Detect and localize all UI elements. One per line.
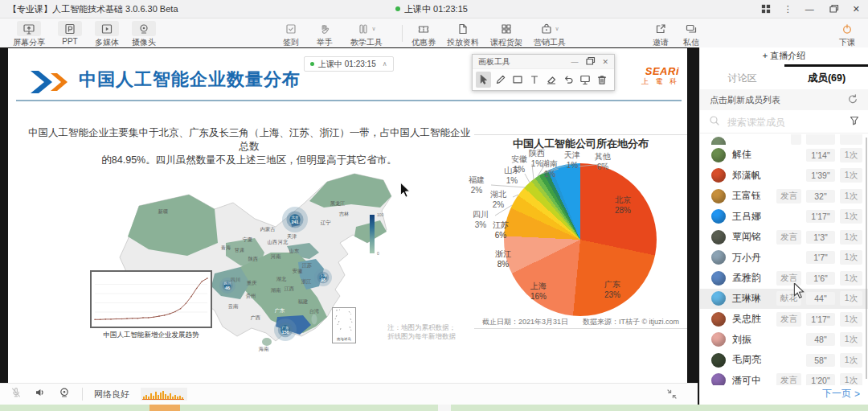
avatar — [711, 373, 726, 385]
member-badges: 发言1'20"1次 — [776, 373, 862, 385]
end-class-button[interactable]: 下课 — [839, 21, 855, 48]
palette-window-controls: — ✕ — [571, 55, 608, 69]
count-badge: 1次 — [840, 168, 862, 183]
toolbar-item-camera[interactable]: 摄像头 — [132, 21, 156, 48]
member-row[interactable]: 毛周亮58"1次 — [700, 350, 868, 371]
time-badge: 1'17" — [806, 210, 835, 223]
live-intro-button[interactable]: + 直播介绍 — [700, 47, 868, 64]
palette-tool-board-icon[interactable] — [577, 72, 592, 88]
invite-icon — [654, 21, 667, 36]
member-row[interactable]: 刘振48"1次 — [700, 330, 868, 351]
province-label: 广西 — [251, 314, 260, 321]
palette-tool-select-icon[interactable] — [476, 72, 491, 88]
toolbar-item-teaching-tools[interactable]: ∨教学工具 — [350, 21, 383, 48]
svg-text:98: 98 — [321, 277, 326, 282]
whiteboard-palette: 画板工具 — ✕ — [472, 54, 615, 91]
palette-close-icon[interactable]: ✕ — [602, 58, 608, 66]
pie-label: 福建2% — [469, 175, 485, 195]
tab-discussion[interactable]: 讨论区 — [700, 67, 784, 89]
minimize-icon[interactable]: — — [805, 5, 814, 14]
speaker-icon[interactable] — [34, 386, 47, 402]
toolbar-item-label: 邀请 — [653, 37, 669, 48]
member-row[interactable] — [700, 134, 868, 145]
toolbar-item-raise-hand[interactable]: 举手 — [317, 21, 333, 48]
tab-members[interactable]: 成员(69) — [784, 67, 868, 89]
window-controls: ⋮ — ✕ — [761, 0, 860, 18]
count-badge: 1次 — [840, 189, 862, 203]
toolbar-item-dm[interactable]: 私信 — [683, 21, 699, 48]
toolbar-item-media[interactable]: 多媒体 — [95, 21, 119, 48]
palette-restore-icon[interactable] — [583, 55, 596, 69]
seari-logo: SEARi 上 電 科 — [641, 66, 679, 87]
avatar — [711, 168, 726, 183]
chevron-down-icon[interactable]: ∨ — [555, 26, 559, 32]
refresh-icon[interactable] — [846, 92, 859, 107]
webcam-icon[interactable] — [58, 386, 71, 402]
member-badges: 1'17"1次 — [806, 209, 862, 224]
member-row[interactable]: 郑潇帆1'39"1次 — [700, 166, 868, 187]
palette-tools — [473, 69, 614, 90]
toolbar-item-screen-share[interactable]: 屏幕分享 — [13, 21, 45, 48]
filter-icon[interactable] — [848, 114, 861, 130]
toolbar-item-ppt[interactable]: PPT — [58, 21, 82, 48]
palette-tool-text-icon[interactable] — [526, 72, 542, 88]
count-badge: 1次 — [840, 353, 862, 368]
toolbar-item-marketing[interactable]: ∨营销工具 — [534, 21, 566, 48]
toolbar-item-label: 多媒体 — [95, 37, 119, 48]
province-label: 云南 — [228, 303, 239, 309]
collapse-pill-icon[interactable]: ∧ — [383, 60, 387, 68]
toolbar-item-shelf[interactable]: 课程货架 — [490, 21, 522, 48]
next-page-chevron-icon: > — [854, 388, 860, 400]
palette-tool-pen-icon[interactable] — [493, 72, 508, 88]
collapse-bar-icon[interactable] — [665, 388, 678, 404]
member-row[interactable]: 王琳琳献花44"1次 — [700, 289, 868, 310]
palette-tool-trash-icon[interactable] — [594, 72, 609, 88]
next-page-button[interactable]: 下一页 > — [822, 387, 860, 401]
search-input[interactable] — [726, 116, 843, 129]
member-row[interactable]: 王富钰发言32"1次 — [700, 186, 868, 207]
toolbar-item-label: 课程货架 — [490, 37, 522, 48]
slide-body-line2: 的84.95%。四川虽然数量不及上述三地区，但明显高于其它省市。 — [24, 154, 474, 167]
member-list-scrollbar[interactable] — [866, 138, 867, 379]
title-divider — [16, 100, 682, 101]
toolbar-item-check-in[interactable]: 签到 — [283, 21, 299, 48]
slide-body: 中国人工智能企业主要集中于北京、广东及长三角（上海、江苏、浙江）一带，占中国人工… — [24, 126, 474, 167]
member-row[interactable]: 王吕娜1'17"1次 — [700, 207, 868, 228]
speech-badge: 献花 — [776, 291, 801, 306]
toolbar: 屏幕分享PPT多媒体摄像头 签到举手∨教学工具 优惠券投放资料课程货架∨营销工具… — [0, 18, 868, 48]
toolbar-item-coupon[interactable]: 优惠券 — [411, 21, 436, 48]
palette-tool-rect-icon[interactable] — [510, 72, 525, 88]
palette-tool-eraser-icon[interactable] — [543, 72, 559, 88]
member-badges: 献花44"1次 — [776, 291, 862, 306]
microphone-muted-icon[interactable] — [10, 386, 23, 402]
restore-icon[interactable] — [827, 2, 840, 15]
chevron-down-icon[interactable]: ∨ — [371, 26, 375, 32]
member-row[interactable]: 覃闻铭发言1'3"1次 — [700, 227, 868, 248]
member-row[interactable]: 孟雅韵发言1'6"1次 — [700, 268, 868, 289]
speech-badge: 发言 — [776, 373, 801, 385]
avatar — [711, 353, 726, 368]
avatar — [711, 137, 726, 145]
palette-minimize-icon[interactable]: — — [571, 58, 578, 66]
more-menu-icon[interactable]: ⋮ — [784, 5, 792, 14]
map-legend: 100 0 — [368, 209, 389, 259]
toolbar-item-invite[interactable]: 邀请 — [653, 21, 669, 48]
member-row[interactable]: 解佳1'14"1次 — [700, 145, 868, 166]
toolbar-item-materials[interactable]: 投放资料 — [447, 21, 479, 48]
palette-header[interactable]: 画板工具 — ✕ — [473, 55, 614, 69]
member-row[interactable]: 万小丹1'7"1次 — [700, 248, 868, 269]
refresh-members-button[interactable]: 点击刷新成员列表 — [700, 89, 868, 110]
layout-grid-icon[interactable] — [761, 4, 771, 14]
pie-label: 浙江8% — [495, 249, 511, 269]
member-row[interactable]: 吴忠胜发言1'17"1次 — [700, 309, 868, 330]
palette-tool-undo-icon[interactable] — [560, 72, 575, 88]
close-icon[interactable]: ✕ — [853, 5, 860, 14]
bottom-divider — [82, 388, 83, 401]
member-row[interactable]: 潘可中发言1'20"1次 — [700, 371, 868, 386]
strip-orange-segment — [149, 405, 180, 411]
ppt-icon — [58, 21, 82, 36]
sidebar: + 直播介绍 讨论区 成员(69) 点击刷新成员列表 解佳1'14"1次郑潇帆1… — [699, 47, 868, 405]
slide: 中国人工智能企业数量分布 SEARi 上 電 科 中国人工智能企业主要集中于北京… — [8, 48, 687, 384]
class-timer-pill[interactable]: 上课中 01:23:15 ∧ — [304, 56, 394, 72]
map-legend-gradient — [370, 215, 375, 253]
